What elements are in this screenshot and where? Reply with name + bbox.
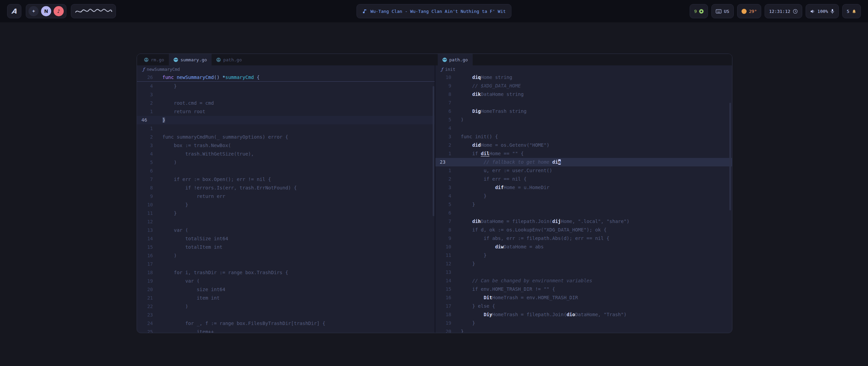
notifications-widget[interactable]: 5 xyxy=(842,4,861,18)
tab-path.go[interactable]: path.go xyxy=(438,54,473,65)
line-number: 15 xyxy=(137,243,156,251)
code-line[interactable]: 4 trash.WithGetSize(true), xyxy=(137,150,435,158)
line-number: 10 xyxy=(435,243,454,251)
code-line[interactable]: 9 return err xyxy=(137,192,435,201)
code-line[interactable]: 6 xyxy=(137,167,435,175)
line-text: if dilHome == "" { xyxy=(461,149,732,158)
code-line[interactable]: 2func summaryCmdRun(_ summaryOptions) er… xyxy=(137,133,435,141)
code-line[interactable]: 18 for i, trashDir := range box.TrashDir… xyxy=(137,268,435,277)
volume-widget[interactable]: 100% xyxy=(806,4,839,18)
code-line[interactable]: 7 dihDataHome = filepath.Join(dijHome, "… xyxy=(435,217,732,226)
code-line[interactable]: 3 box := trash.NewBox( xyxy=(137,141,435,150)
tab-path.go[interactable]: path.go xyxy=(212,54,246,65)
line-text xyxy=(461,99,732,107)
code-line[interactable]: 46} xyxy=(137,116,435,124)
code-line[interactable]: 12 } xyxy=(435,260,732,268)
code-line[interactable]: 7 if err := box.Open(); err != nil { xyxy=(137,175,435,184)
code-line[interactable]: 8 dikDataHome string xyxy=(435,90,732,99)
line-number: 24 xyxy=(137,319,156,328)
code-line[interactable]: 20 size int64 xyxy=(137,285,435,294)
code-line[interactable]: 21 item int xyxy=(137,294,435,302)
code-line[interactable]: 3 xyxy=(137,90,435,99)
code-line[interactable]: 17 } else { xyxy=(435,302,732,310)
line-number: 16 xyxy=(137,251,156,260)
left-scrollbar-thumb[interactable] xyxy=(433,86,434,216)
code-line[interactable]: 9 // $XDG_DATA_HOME xyxy=(435,82,732,90)
code-line[interactable]: 1 return root xyxy=(137,107,435,116)
code-line[interactable]: 6 DigHomeTrash string xyxy=(435,107,732,116)
tab-summary.go[interactable]: summary.go xyxy=(169,54,212,65)
line-text: } else { xyxy=(461,302,732,310)
left-breadcrumb-bar: ƒ newSummaryCmd xyxy=(137,65,435,73)
code-line[interactable]: 1 xyxy=(137,124,435,133)
code-line[interactable]: 5) xyxy=(435,116,732,124)
code-line[interactable]: 4 } xyxy=(435,192,732,200)
tab-rm.go[interactable]: rm.go xyxy=(139,54,169,65)
code-line[interactable]: 23 xyxy=(137,311,435,319)
code-line[interactable]: 17 xyxy=(137,260,435,268)
code-line[interactable]: 23 // fallback to get home dia xyxy=(435,158,732,166)
code-line[interactable]: 9 if abs, err := filepath.Abs(d); err ==… xyxy=(435,234,732,243)
line-number: 8 xyxy=(435,226,454,234)
code-line[interactable]: 3 difHome = u.HomeDir xyxy=(435,183,732,192)
code-line[interactable]: 10 diqHome string xyxy=(435,73,732,82)
code-line[interactable]: 11 } xyxy=(435,251,732,260)
code-line[interactable]: 14 // Can be changed by environment vari… xyxy=(435,277,732,285)
code-line[interactable]: 2 didHome = os.Getenv("HOME") xyxy=(435,141,732,149)
keyboard-layout-widget[interactable]: US xyxy=(711,4,734,18)
code-line[interactable]: 8 if !errors.Is(err, trash.ErrNotFound) … xyxy=(137,184,435,192)
code-line[interactable]: 13 xyxy=(435,268,732,277)
line-number: 25 xyxy=(137,328,156,333)
code-line[interactable]: 1 u, err := user.Current() xyxy=(435,166,732,175)
now-playing-widget[interactable]: Wu-Tang Clan - Wu-Tang Clan Ain't Nuthin… xyxy=(356,4,511,18)
code-line[interactable]: 11 } xyxy=(137,209,435,218)
code-line[interactable]: 3func init() { xyxy=(435,133,732,141)
code-line[interactable]: 4 } xyxy=(137,82,435,90)
code-line[interactable]: 4 xyxy=(435,124,732,133)
code-line[interactable]: 5 ) xyxy=(137,158,435,167)
speaker-icon xyxy=(810,9,815,14)
code-line[interactable]: 10 } xyxy=(137,201,435,209)
code-line[interactable]: 10 diwDataHome = abs xyxy=(435,243,732,251)
code-line[interactable]: 18 DiyHomeTrash = filepath.Join(dioDataH… xyxy=(435,310,732,319)
code-line[interactable]: 19 } xyxy=(435,319,732,327)
code-line[interactable]: 7 xyxy=(435,99,732,107)
code-line[interactable]: 8 if d, ok := os.LookupEnv("XDG_DATA_HOM… xyxy=(435,226,732,234)
code-line[interactable]: 5 } xyxy=(435,200,732,209)
workspace-2[interactable]: N xyxy=(41,6,51,16)
code-line[interactable]: 25 item++ xyxy=(137,328,435,333)
code-line[interactable]: 2 if err == nil { xyxy=(435,175,732,183)
line-text: ) xyxy=(461,116,732,124)
launcher-button[interactable]: A xyxy=(7,4,21,18)
code-line[interactable]: 13 var ( xyxy=(137,226,435,235)
weather-widget[interactable]: 29° xyxy=(737,4,761,18)
code-line[interactable]: 24 for _, f := range box.FilesByTrashDir… xyxy=(137,319,435,328)
line-text xyxy=(162,90,435,99)
right-scrollbar-thumb[interactable] xyxy=(729,103,731,210)
left-code-area[interactable]: 4 }32 root.cmd = cmd1 return root46}12fu… xyxy=(137,82,435,333)
code-line[interactable]: 1 if dilHome == "" { xyxy=(435,149,732,158)
code-line[interactable]: 15 if env.HOME_TRASH_DIR != "" { xyxy=(435,285,732,293)
code-line[interactable]: 16 ) xyxy=(137,251,435,260)
code-line[interactable]: 20} xyxy=(435,327,732,333)
code-line[interactable]: 16 DitHomeTrash = env.HOME_TRASH_DIR xyxy=(435,293,732,302)
code-line[interactable]: 6 xyxy=(435,209,732,217)
code-line[interactable]: 12 xyxy=(137,218,435,226)
code-line[interactable]: 2 root.cmd = cmd xyxy=(137,99,435,107)
line-number: 1 xyxy=(435,166,454,175)
workspace-1[interactable]: ✦ xyxy=(28,6,39,16)
right-code-area[interactable]: 10 diqHome string9 // $XDG_DATA_HOME8 di… xyxy=(435,73,732,333)
clock-widget[interactable]: 12:31:12 xyxy=(765,4,802,18)
code-line[interactable]: 19 var ( xyxy=(137,277,435,285)
go-file-icon xyxy=(174,58,178,62)
code-line[interactable]: 14 totalSize int64 xyxy=(137,235,435,243)
line-number: 13 xyxy=(137,226,156,235)
window-title-widget[interactable] xyxy=(71,4,116,18)
counter-widget[interactable]: 9 xyxy=(690,4,708,18)
code-line[interactable]: 22 ) xyxy=(137,302,435,311)
workspace-3[interactable]: ♪ xyxy=(54,6,64,16)
line-text: if d, ok := os.LookupEnv("XDG_DATA_HOME"… xyxy=(461,226,732,234)
line-number: 4 xyxy=(137,150,156,158)
code-line[interactable]: 15 totalItem int xyxy=(137,243,435,251)
tab-label: path.go xyxy=(223,57,242,62)
